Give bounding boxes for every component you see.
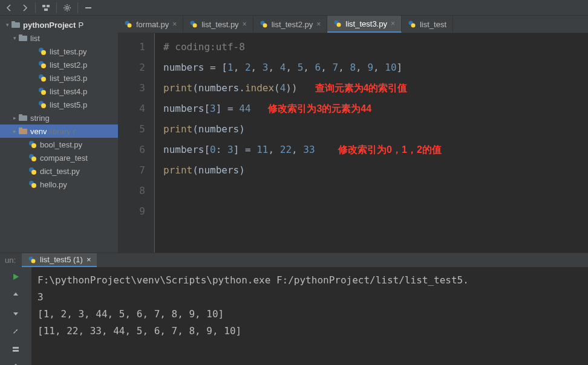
svg-point-10 bbox=[41, 50, 46, 55]
svg-point-24 bbox=[31, 143, 36, 148]
file-item[interactable]: list_test2.p bbox=[0, 58, 118, 71]
folder-icon bbox=[18, 33, 28, 43]
folder-list[interactable]: ▾ list bbox=[0, 31, 118, 45]
svg-rect-6 bbox=[11, 21, 15, 23]
folder-icon bbox=[18, 113, 28, 123]
svg-point-18 bbox=[41, 103, 46, 108]
run-panel-label: un: bbox=[5, 256, 16, 265]
svg-point-34 bbox=[193, 24, 197, 28]
chevron-down-icon[interactable]: ▾ bbox=[4, 22, 11, 28]
python-icon bbox=[408, 20, 416, 28]
chevron-right-icon[interactable]: ▸ bbox=[11, 115, 18, 121]
svg-rect-5 bbox=[11, 22, 20, 28]
python-icon bbox=[333, 19, 342, 28]
export-icon[interactable] bbox=[10, 361, 22, 365]
editor-tab[interactable]: format.py× bbox=[118, 16, 183, 33]
python-file-icon bbox=[38, 86, 47, 96]
settings-icon[interactable] bbox=[62, 2, 73, 13]
layout-icon[interactable] bbox=[10, 343, 22, 355]
code-content[interactable]: # coding:utf-8numbers = [1, 2, 3, 4, 5, … bbox=[154, 33, 588, 253]
main-toolbar bbox=[0, 0, 588, 16]
file-item[interactable]: list_test4.p bbox=[0, 85, 118, 98]
file-item[interactable]: bool_test.py bbox=[0, 138, 118, 151]
structure-icon[interactable] bbox=[41, 2, 51, 13]
python-file-icon bbox=[28, 179, 38, 189]
python-file-icon bbox=[38, 100, 47, 109]
svg-rect-19 bbox=[19, 115, 27, 121]
scroll-down-icon[interactable] bbox=[10, 307, 22, 319]
svg-point-26 bbox=[31, 157, 36, 161]
python-file-icon bbox=[28, 166, 38, 176]
svg-point-40 bbox=[411, 24, 415, 28]
svg-rect-22 bbox=[19, 128, 22, 129]
run-config-tab[interactable]: list_test5 (1) × bbox=[22, 253, 97, 267]
file-item[interactable]: dict_test.py bbox=[0, 164, 118, 178]
python-file-icon bbox=[38, 73, 47, 83]
svg-rect-1 bbox=[47, 5, 50, 7]
python-icon bbox=[124, 20, 132, 28]
editor-tab[interactable]: list_test2.py× bbox=[253, 16, 328, 33]
back-icon[interactable] bbox=[4, 2, 15, 13]
close-icon[interactable]: × bbox=[391, 19, 395, 28]
editor-tab[interactable]: list_test.py× bbox=[183, 16, 253, 33]
console-wrap: F:\pythonProject\venv\Scripts\python.exe… bbox=[0, 267, 588, 365]
python-file-icon bbox=[28, 140, 38, 149]
svg-point-3 bbox=[66, 7, 68, 9]
project-tree[interactable]: ▾ pythonProject P ▾ list list_test.pylis… bbox=[0, 16, 118, 253]
file-item[interactable]: hello.py bbox=[0, 178, 118, 191]
project-root[interactable]: ▾ pythonProject P bbox=[0, 18, 118, 31]
editor-tab[interactable]: list_test3.py× bbox=[327, 16, 402, 33]
editor-tabs: format.py×list_test.py×list_test2.py×lis… bbox=[118, 16, 588, 33]
chevron-down-icon[interactable]: ▾ bbox=[11, 35, 18, 41]
scroll-up-icon[interactable] bbox=[10, 289, 22, 301]
folder-icon bbox=[11, 20, 21, 30]
svg-rect-8 bbox=[19, 34, 22, 36]
folder-icon bbox=[18, 126, 28, 136]
close-icon[interactable]: × bbox=[87, 255, 91, 264]
svg-point-14 bbox=[41, 77, 46, 82]
file-item[interactable]: list_test.py bbox=[0, 45, 118, 58]
svg-point-16 bbox=[41, 90, 46, 95]
svg-rect-7 bbox=[19, 36, 27, 41]
svg-point-42 bbox=[31, 259, 36, 263]
close-icon[interactable]: × bbox=[172, 20, 177, 28]
file-item[interactable]: compare_test bbox=[0, 151, 118, 164]
close-icon[interactable]: × bbox=[316, 20, 321, 28]
close-icon[interactable]: × bbox=[243, 20, 247, 28]
svg-rect-43 bbox=[13, 347, 19, 349]
svg-rect-44 bbox=[13, 350, 19, 352]
rerun-icon[interactable] bbox=[10, 271, 22, 283]
svg-rect-0 bbox=[42, 5, 45, 7]
folder-string[interactable]: ▸ string bbox=[0, 111, 118, 124]
svg-rect-20 bbox=[19, 114, 22, 116]
separator bbox=[35, 2, 36, 13]
chevron-right-icon[interactable]: ▸ bbox=[11, 128, 18, 134]
code-editor[interactable]: 123456789 # coding:utf-8numbers = [1, 2,… bbox=[118, 33, 588, 253]
python-icon bbox=[189, 20, 198, 28]
separator bbox=[77, 2, 78, 13]
run-toolbar bbox=[0, 267, 31, 365]
project-sidebar: ▾ pythonProject P ▾ list list_test.pylis… bbox=[0, 16, 118, 253]
file-item[interactable]: list_test5.p bbox=[0, 98, 118, 111]
file-item[interactable]: list_test3.p bbox=[0, 71, 118, 85]
separator bbox=[56, 2, 57, 13]
minimize-icon[interactable] bbox=[83, 2, 94, 13]
svg-point-28 bbox=[31, 170, 36, 175]
svg-point-36 bbox=[263, 24, 267, 28]
svg-point-32 bbox=[128, 24, 132, 28]
python-file-icon bbox=[28, 153, 38, 163]
svg-rect-21 bbox=[19, 129, 27, 134]
forward-icon[interactable] bbox=[19, 2, 30, 13]
run-tabs: un: list_test5 (1) × bbox=[0, 253, 588, 267]
svg-point-12 bbox=[41, 63, 46, 68]
python-file-icon bbox=[38, 60, 47, 69]
folder-venv[interactable]: ▸ venv library r bbox=[0, 124, 118, 138]
editor-tab[interactable]: list_test bbox=[402, 16, 453, 33]
line-gutter: 123456789 bbox=[118, 33, 154, 253]
console-output[interactable]: F:\pythonProject\venv\Scripts\python.exe… bbox=[31, 267, 588, 365]
python-file-icon bbox=[38, 47, 47, 56]
svg-rect-2 bbox=[44, 8, 48, 11]
run-panel: un: list_test5 (1) × F:\pythonProject\ve… bbox=[0, 253, 588, 365]
wrench-icon[interactable] bbox=[10, 325, 22, 337]
svg-point-30 bbox=[31, 183, 36, 188]
